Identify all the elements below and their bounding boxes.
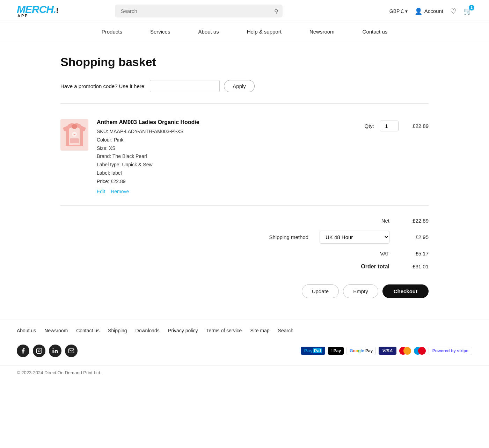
instagram-svg	[36, 348, 42, 354]
cart-item-label: Label: label	[97, 169, 356, 178]
facebook-icon[interactable]	[17, 345, 29, 357]
footer-bottom: PayPal  Pay Google Pay VISA	[0, 339, 489, 366]
vat-row: VAT £5.17	[60, 247, 429, 260]
nav-contact-us[interactable]: Contact us	[363, 29, 388, 35]
svg-point-0	[72, 124, 77, 129]
footer-link-about[interactable]: About us	[17, 328, 36, 333]
email-svg	[68, 348, 74, 354]
promo-label: Have a promotion code? Use it here:	[60, 83, 146, 89]
empty-button[interactable]: Empty	[343, 284, 378, 298]
mastercard-icon	[399, 347, 411, 355]
site-header: MERCH.! APP ⚲ GBP £ ▾ 👤 Account ♡ 🛒 1	[0, 0, 489, 22]
cart-item-sku: SKU: MAAP-LADY-ANTH-AM003-Pi-XS	[97, 128, 356, 136]
cart-button[interactable]: 🛒 1	[464, 7, 472, 15]
footer-link-sitemap[interactable]: Site map	[250, 328, 269, 333]
facebook-svg	[20, 348, 26, 354]
svg-rect-1	[70, 138, 79, 143]
apply-button[interactable]: Apply	[224, 80, 255, 92]
net-row: Net £22.89	[60, 214, 429, 227]
cart-item-label-type: Label type: Unpick & Sew	[97, 161, 356, 169]
main-nav: Products Services About us Help & suppor…	[0, 22, 489, 41]
visa-icon: VISA	[379, 347, 396, 355]
nav-newsroom[interactable]: Newsroom	[309, 29, 335, 35]
site-footer: About us Newsroom Contact us Shipping Do…	[0, 319, 489, 384]
update-button[interactable]: Update	[302, 284, 339, 298]
currency-selector[interactable]: GBP £ ▾	[389, 8, 408, 14]
nav-help-support[interactable]: Help & support	[247, 29, 282, 35]
footer-link-newsroom[interactable]: Newsroom	[44, 328, 68, 333]
page-title: Shopping basket	[60, 55, 429, 69]
cart-item-right: Qty: £22.89	[364, 119, 429, 131]
net-value: £22.89	[401, 218, 429, 224]
qty-label: Qty:	[364, 123, 374, 129]
svg-point-6	[53, 348, 54, 349]
footer-link-contact[interactable]: Contact us	[76, 328, 100, 333]
social-icons	[17, 345, 78, 357]
linkedin-icon[interactable]	[49, 345, 61, 357]
shipping-row: Shipping method UK 48 Hour UK Next Day I…	[60, 227, 429, 247]
cart-item-brand: Brand: The Black Pearl	[97, 152, 356, 161]
vat-value: £5.17	[401, 251, 429, 256]
logo-sub: APP	[17, 14, 29, 18]
email-icon[interactable]	[65, 345, 78, 357]
search-icon[interactable]: ⚲	[274, 8, 278, 14]
logo-merch: MERCH.!	[17, 4, 58, 15]
currency-label: GBP £	[389, 8, 404, 14]
maestro-icon	[414, 347, 426, 355]
product-image: ❤	[60, 119, 88, 151]
footer-link-search[interactable]: Search	[278, 328, 293, 333]
action-buttons: Update Empty Checkout	[60, 284, 429, 298]
paypal-icon: PayPal	[301, 347, 326, 355]
currency-chevron-icon: ▾	[405, 8, 408, 14]
footer-link-downloads[interactable]: Downloads	[136, 328, 160, 333]
cart-item-details: Anthem AM003 Ladies Organic Hoodie SKU: …	[97, 119, 356, 194]
cart-item: ❤ Anthem AM003 Ladies Organic Hoodie SKU…	[60, 112, 429, 203]
account-button[interactable]: 👤 Account	[415, 7, 443, 15]
checkout-button[interactable]: Checkout	[382, 284, 429, 298]
stripe-label: Powered by stripe	[432, 348, 468, 353]
account-label: Account	[424, 8, 443, 14]
linkedin-svg	[52, 348, 58, 354]
net-label: Net	[341, 218, 389, 224]
svg-text:❤: ❤	[73, 133, 76, 136]
logo[interactable]: MERCH.! APP	[17, 4, 58, 18]
shipping-select[interactable]: UK 48 Hour UK Next Day International	[320, 231, 389, 244]
nav-products[interactable]: Products	[102, 29, 122, 35]
cart-divider-top	[60, 103, 429, 104]
cart-item-colour: Colour: Pink	[97, 136, 356, 144]
search-input[interactable]	[115, 5, 283, 17]
cart-item-size: Size: XS	[97, 144, 356, 153]
cart-item-actions: Edit Remove	[97, 189, 356, 194]
vat-label: VAT	[341, 251, 389, 256]
footer-link-terms[interactable]: Terms of service	[206, 328, 242, 333]
main-content: Shopping basket Have a promotion code? U…	[0, 41, 489, 319]
nav-services[interactable]: Services	[150, 29, 170, 35]
promo-row: Have a promotion code? Use it here: Appl…	[60, 80, 429, 92]
edit-link[interactable]: Edit	[97, 189, 105, 194]
apple-pay-icon:  Pay	[328, 347, 344, 355]
instagram-icon[interactable]	[33, 345, 45, 357]
account-icon: 👤	[415, 7, 422, 15]
svg-rect-4	[37, 348, 42, 353]
header-right: GBP £ ▾ 👤 Account ♡ 🛒 1	[389, 7, 472, 15]
footer-link-shipping[interactable]: Shipping	[108, 328, 127, 333]
remove-link[interactable]: Remove	[111, 189, 129, 194]
search-bar: ⚲	[115, 5, 283, 17]
qty-input[interactable]	[380, 121, 399, 131]
order-total-row: Order total £31.01	[60, 260, 429, 273]
stripe-badge: Powered by stripe	[429, 347, 472, 355]
footer-copy: © 2023-2024 Direct On Demand Print Ltd.	[0, 366, 489, 384]
order-total-value: £31.01	[401, 263, 429, 269]
shipping-price: £2.95	[401, 234, 429, 240]
wishlist-button[interactable]: ♡	[450, 7, 457, 15]
cart-divider-bottom	[60, 205, 429, 206]
nav-about-us[interactable]: About us	[198, 29, 219, 35]
google-pay-icon: Google Pay	[346, 347, 376, 355]
cart-item-price: Price: £22.89	[97, 178, 356, 186]
cart-item-name: Anthem AM003 Ladies Organic Hoodie	[97, 119, 356, 125]
hoodie-illustration: ❤	[62, 121, 87, 149]
footer-link-privacy[interactable]: Privacy policy	[168, 328, 198, 333]
order-total-label: Order total	[341, 263, 389, 270]
footer-nav: About us Newsroom Contact us Shipping Do…	[0, 319, 489, 339]
promo-input[interactable]	[150, 80, 220, 92]
